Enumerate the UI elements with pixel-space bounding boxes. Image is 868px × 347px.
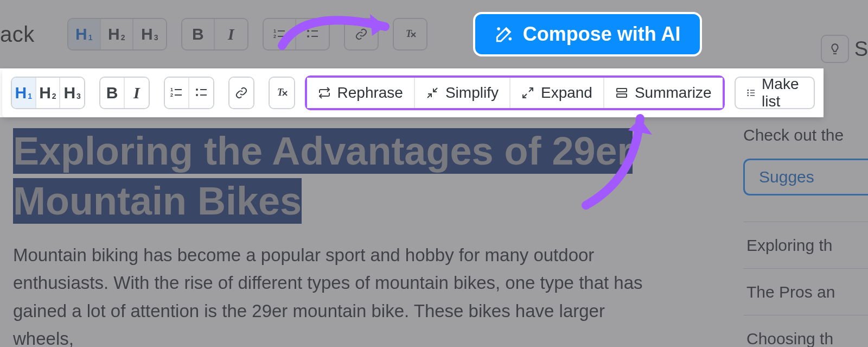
- svg-line-26: [529, 88, 533, 92]
- suggestions-sidebar: Check out the Sugges Exploring th The Pr…: [743, 126, 868, 347]
- italic-button-2[interactable]: I: [125, 78, 149, 108]
- lightbulb-icon: [828, 42, 841, 55]
- clear-format-button[interactable]: T: [394, 19, 426, 49]
- h1-button-2[interactable]: H1: [12, 78, 36, 108]
- svg-point-31: [747, 92, 749, 94]
- h2-button-2[interactable]: H2: [36, 78, 61, 108]
- ordered-list-button-2[interactable]: 12: [165, 78, 189, 108]
- sidebar-intro: Check out the: [743, 126, 868, 144]
- article-body[interactable]: Mountain biking has become a popular spo…: [13, 241, 664, 347]
- svg-text:1: 1: [273, 28, 276, 34]
- clear-format-group: T: [393, 18, 427, 51]
- suggestions-button[interactable]: Sugges: [743, 159, 868, 195]
- link-group-2: [228, 77, 254, 109]
- rephrase-button[interactable]: Rephrase: [307, 78, 415, 108]
- svg-text:T: T: [406, 28, 412, 39]
- bullet-list-icon: [306, 28, 319, 41]
- right-hint: S: [821, 35, 868, 63]
- expand-icon: [521, 86, 534, 99]
- top-toolbar: ack H1 H2 H3 B I 12 T Compose with AI: [0, 15, 868, 53]
- style-group: B I: [181, 18, 248, 51]
- simplify-label: Simplify: [445, 84, 499, 102]
- magic-wand-icon: [495, 25, 513, 43]
- tips-button[interactable]: [821, 35, 849, 63]
- make-list-icon: [746, 86, 756, 99]
- svg-rect-29: [617, 94, 627, 97]
- heading-group: H1 H2 H3: [67, 18, 167, 51]
- expand-label: Expand: [541, 84, 592, 102]
- h1-button[interactable]: H1: [68, 19, 101, 49]
- rephrase-label: Rephrase: [337, 84, 403, 102]
- ordered-list-icon: 12: [170, 86, 183, 99]
- link-button[interactable]: [345, 19, 378, 49]
- link-button-2[interactable]: [229, 78, 253, 108]
- summarize-button[interactable]: Summarize: [604, 78, 723, 108]
- right-partial-label: S: [854, 37, 868, 61]
- h3-button-2[interactable]: H3: [60, 78, 84, 108]
- svg-point-4: [307, 30, 309, 32]
- link-icon: [235, 86, 248, 99]
- summarize-icon: [615, 86, 628, 99]
- svg-point-17: [196, 89, 198, 91]
- list-group-2: 12: [164, 77, 214, 109]
- clear-format-icon: T: [275, 86, 288, 99]
- article-editor[interactable]: Exploring the Advantages of 29er Mountai…: [13, 126, 664, 347]
- h2-button[interactable]: H2: [101, 19, 133, 49]
- ai-actions-group: Rephrase Simplify Expand Summarize: [305, 75, 725, 110]
- compose-with-ai-button[interactable]: Compose with AI: [475, 14, 700, 54]
- svg-text:2: 2: [170, 92, 173, 98]
- svg-text:2: 2: [273, 34, 276, 39]
- article-headline[interactable]: Exploring the Advantages of 29er Mountai…: [13, 126, 664, 226]
- context-toolbar: H1 H2 H3 B I 12 T Rephrase Simplify: [2, 68, 824, 117]
- svg-line-25: [427, 94, 431, 98]
- svg-text:T: T: [277, 87, 284, 98]
- ordered-list-icon: 12: [273, 28, 286, 41]
- bullet-list-icon: [195, 86, 208, 99]
- svg-point-30: [747, 90, 749, 91]
- ordered-list-button[interactable]: 12: [264, 19, 296, 49]
- bullet-list-button[interactable]: [296, 19, 329, 49]
- compose-with-ai-label: Compose with AI: [523, 23, 681, 46]
- link-group: [344, 18, 379, 51]
- clear-format-button-2[interactable]: T: [270, 78, 293, 108]
- suggestion-row[interactable]: Choosing th: [743, 315, 868, 347]
- bullet-list-button-2[interactable]: [189, 78, 213, 108]
- list-group: 12: [263, 18, 330, 51]
- link-icon: [355, 28, 368, 41]
- make-list-label: Make list: [762, 75, 803, 110]
- clear-format-icon: T: [404, 28, 417, 41]
- svg-point-18: [196, 94, 198, 96]
- heading-group-2: H1 H2 H3: [11, 77, 85, 109]
- make-list-button[interactable]: Make list: [736, 78, 814, 108]
- svg-point-12: [497, 28, 499, 30]
- make-list-group: Make list: [735, 77, 815, 109]
- svg-line-24: [433, 88, 437, 92]
- rephrase-icon: [318, 86, 331, 99]
- back-button[interactable]: ack: [0, 22, 35, 47]
- svg-line-27: [523, 94, 527, 98]
- bold-button-2[interactable]: B: [100, 78, 125, 108]
- svg-point-32: [747, 94, 749, 96]
- simplify-icon: [426, 86, 439, 99]
- expand-button[interactable]: Expand: [510, 78, 604, 108]
- svg-point-5: [307, 35, 309, 37]
- svg-text:1: 1: [170, 87, 173, 92]
- bold-button[interactable]: B: [182, 19, 215, 49]
- svg-rect-28: [617, 89, 627, 92]
- suggestion-row[interactable]: The Pros an: [743, 268, 868, 315]
- clear-format-group-2: T: [269, 77, 295, 109]
- summarize-label: Summarize: [635, 84, 712, 102]
- simplify-button[interactable]: Simplify: [415, 78, 510, 108]
- h3-button[interactable]: H3: [133, 19, 166, 49]
- svg-point-11: [509, 38, 511, 40]
- italic-button[interactable]: I: [215, 19, 247, 49]
- suggestion-row[interactable]: Exploring th: [743, 222, 868, 268]
- style-group-2: B I: [99, 77, 150, 109]
